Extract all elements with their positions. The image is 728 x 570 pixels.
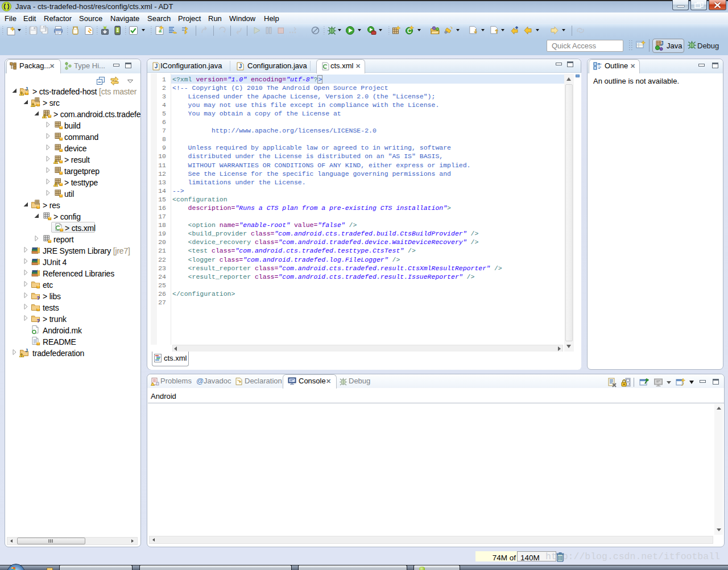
svg-text:J: J bbox=[239, 63, 242, 69]
svg-text:J: J bbox=[660, 40, 664, 47]
svg-text:J: J bbox=[155, 63, 158, 69]
